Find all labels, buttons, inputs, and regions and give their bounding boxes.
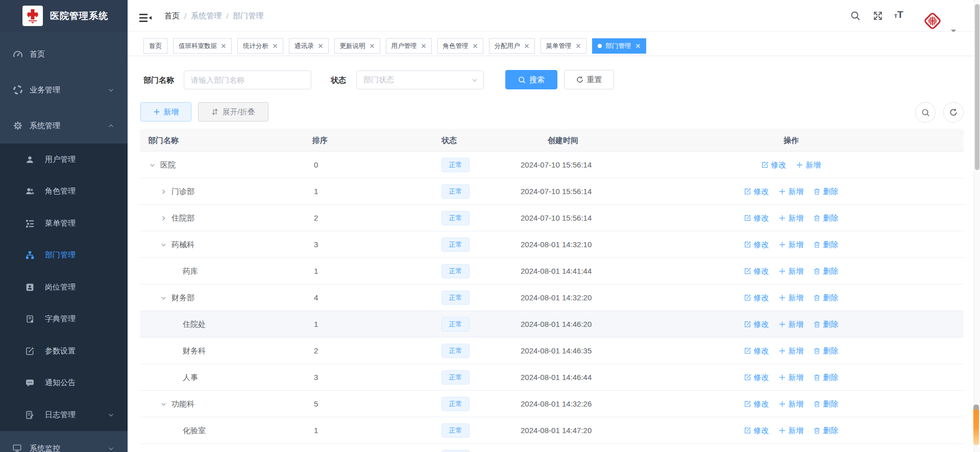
tab-用户管理[interactable]: 用户管理 bbox=[386, 38, 432, 54]
sidebar-item-系统监控[interactable]: 系统监控 bbox=[0, 431, 128, 452]
tab-统计分析[interactable]: 统计分析 bbox=[237, 38, 283, 54]
edit-link[interactable]: 修改 bbox=[744, 187, 769, 197]
font-size-icon[interactable]: тT bbox=[894, 9, 903, 20]
delete-icon bbox=[814, 321, 821, 328]
delete-link[interactable]: 删除 bbox=[814, 267, 839, 276]
close-icon[interactable] bbox=[221, 43, 226, 49]
status-select[interactable]: 部门状态 bbox=[356, 70, 484, 89]
edit-link[interactable]: 修改 bbox=[744, 346, 769, 356]
tree-caret-right-icon[interactable] bbox=[160, 188, 172, 195]
add-link[interactable]: 新增 bbox=[796, 160, 821, 170]
add-link[interactable]: 新增 bbox=[779, 426, 804, 436]
sidebar-subitem-字典管理[interactable]: 字典管理 bbox=[0, 303, 128, 336]
tab-角色管理[interactable]: 角色管理 bbox=[437, 38, 483, 54]
edit-link[interactable]: 修改 bbox=[762, 160, 787, 170]
dept-name: 医院 bbox=[160, 160, 176, 170]
add-button[interactable]: 新增 bbox=[140, 102, 191, 122]
reset-button[interactable]: 重置 bbox=[564, 70, 614, 89]
delete-icon bbox=[814, 400, 821, 408]
add-link[interactable]: 新增 bbox=[779, 293, 804, 303]
sidebar-subitem-部门管理[interactable]: 部门管理 bbox=[0, 240, 128, 272]
create-time: 2024-08-01 14:47:47 bbox=[521, 444, 592, 452]
tab-更新说明[interactable]: 更新说明 bbox=[334, 38, 380, 54]
avatar[interactable] bbox=[921, 10, 944, 32]
close-icon[interactable] bbox=[318, 43, 323, 49]
edit-link[interactable]: 修改 bbox=[744, 399, 769, 409]
delete-link[interactable]: 删除 bbox=[814, 293, 839, 303]
action-label: 删除 bbox=[823, 373, 839, 383]
col-actions: 操作 bbox=[783, 129, 799, 152]
sidebar-item-首页[interactable]: 首页 bbox=[0, 36, 128, 72]
scrollbar-thumb[interactable] bbox=[975, 4, 979, 170]
add-link[interactable]: 新增 bbox=[779, 346, 804, 356]
close-icon[interactable] bbox=[635, 43, 641, 49]
delete-link[interactable]: 删除 bbox=[814, 426, 839, 436]
tab-label: 值班科室数据 bbox=[179, 42, 217, 51]
delete-link[interactable]: 删除 bbox=[814, 346, 839, 356]
active-tab-dot bbox=[598, 44, 602, 48]
table-search-toggle-button[interactable] bbox=[915, 102, 936, 123]
sidebar-subitem-岗位管理[interactable]: 岗位管理 bbox=[0, 271, 128, 303]
fullscreen-icon[interactable] bbox=[873, 11, 883, 21]
menu-list-icon bbox=[26, 219, 34, 228]
tree-caret-down-icon[interactable] bbox=[160, 295, 172, 301]
scroll-indicator[interactable] bbox=[973, 405, 979, 445]
add-link[interactable]: 新增 bbox=[779, 213, 804, 223]
tab-分配用户[interactable]: 分配用户 bbox=[489, 38, 535, 54]
edit-link[interactable]: 修改 bbox=[744, 240, 769, 250]
tree-caret-right-icon[interactable] bbox=[160, 215, 172, 222]
sidebar-collapse-icon[interactable] bbox=[139, 13, 150, 22]
tree-caret-down-icon[interactable] bbox=[160, 242, 172, 248]
tree-caret-down-icon[interactable] bbox=[149, 162, 160, 169]
tab-菜单管理[interactable]: 菜单管理 bbox=[541, 38, 586, 54]
delete-link[interactable]: 删除 bbox=[814, 187, 839, 197]
add-link[interactable]: 新增 bbox=[779, 187, 804, 197]
table-header: 部门名称 排序 状态 创建时间 操作 bbox=[140, 129, 964, 152]
sidebar-subitem-通知公告[interactable]: 通知公告 bbox=[0, 367, 128, 399]
delete-link[interactable]: 删除 bbox=[814, 399, 839, 409]
breadcrumb-item[interactable]: 系统管理 bbox=[191, 11, 222, 21]
sidebar-subitem-用户管理[interactable]: 用户管理 bbox=[0, 144, 128, 176]
sidebar-item-系统管理[interactable]: 系统管理 bbox=[0, 108, 128, 144]
close-icon[interactable] bbox=[370, 43, 375, 49]
add-link[interactable]: 新增 bbox=[779, 399, 804, 409]
sidebar-subitem-日志管理[interactable]: 日志管理 bbox=[0, 399, 128, 431]
sidebar-subitem-参数设置[interactable]: 参数设置 bbox=[0, 335, 128, 367]
delete-link[interactable]: 删除 bbox=[814, 320, 839, 329]
tab-值班科室数据[interactable]: 值班科室数据 bbox=[173, 38, 232, 54]
tab-通讯录[interactable]: 通讯录 bbox=[289, 38, 329, 54]
breadcrumb-item[interactable]: 首页 bbox=[164, 11, 180, 21]
refresh-button[interactable] bbox=[943, 102, 964, 123]
delete-link[interactable]: 删除 bbox=[814, 240, 839, 250]
search-button[interactable]: 搜索 bbox=[505, 70, 557, 89]
edit-link[interactable]: 修改 bbox=[744, 373, 769, 383]
edit-link[interactable]: 修改 bbox=[744, 320, 769, 329]
delete-link[interactable]: 删除 bbox=[814, 373, 839, 383]
add-link[interactable]: 新增 bbox=[779, 373, 804, 383]
sidebar-item-业务管理[interactable]: 业务管理 bbox=[0, 72, 128, 108]
tab-首页[interactable]: 首页 bbox=[143, 38, 167, 54]
tab-部门管理[interactable]: 部门管理 bbox=[592, 38, 646, 54]
close-icon[interactable] bbox=[473, 43, 478, 49]
add-link[interactable]: 新增 bbox=[779, 267, 804, 276]
edit-link[interactable]: 修改 bbox=[744, 267, 769, 276]
close-icon[interactable] bbox=[421, 43, 426, 49]
edit-link[interactable]: 修改 bbox=[744, 213, 769, 223]
sidebar-subitem-角色管理[interactable]: 角色管理 bbox=[0, 176, 128, 208]
col-sort: 排序 bbox=[312, 129, 328, 152]
sidebar-subitem-菜单管理[interactable]: 菜单管理 bbox=[0, 207, 128, 240]
edit-link[interactable]: 修改 bbox=[744, 426, 769, 436]
close-icon[interactable] bbox=[576, 43, 581, 49]
edit-link[interactable]: 修改 bbox=[744, 293, 769, 303]
dept-name-input[interactable] bbox=[184, 70, 311, 89]
close-icon[interactable] bbox=[273, 43, 278, 49]
search-icon[interactable] bbox=[850, 11, 861, 21]
status-badge: 正常 bbox=[442, 450, 470, 452]
delete-link[interactable]: 删除 bbox=[814, 213, 839, 223]
close-icon[interactable] bbox=[524, 43, 529, 49]
expand-collapse-button[interactable]: 展开/折叠 bbox=[198, 102, 268, 122]
tree-caret-down-icon[interactable] bbox=[160, 401, 172, 408]
add-link[interactable]: 新增 bbox=[779, 240, 804, 250]
add-link[interactable]: 新增 bbox=[779, 320, 804, 329]
app-logo[interactable]: 医院管理系统 bbox=[0, 0, 128, 32]
